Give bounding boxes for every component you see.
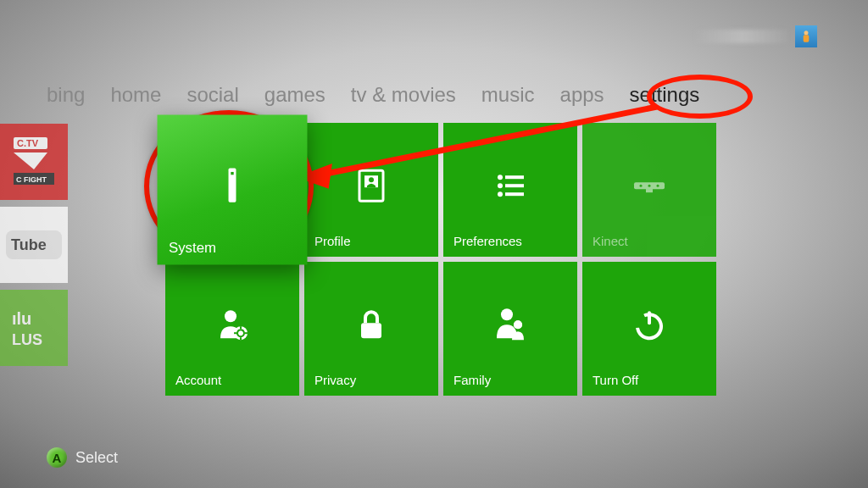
nav-item-settings[interactable]: settings	[630, 83, 700, 107]
nav-item-games[interactable]: games	[264, 83, 326, 107]
profile-icon	[351, 165, 392, 206]
console-icon	[209, 163, 255, 208]
nav-item-apps[interactable]: apps	[560, 83, 604, 107]
previous-section-tiles: C.TVC FIGHT Tube ıluLUS	[0, 124, 68, 366]
nav-item-home[interactable]: home	[110, 83, 161, 107]
svg-point-19	[498, 191, 503, 197]
svg-rect-11	[231, 172, 233, 175]
privacy-icon	[351, 304, 392, 345]
tile-system[interactable]: System	[158, 115, 308, 265]
svg-point-17	[498, 183, 503, 188]
user-badge[interactable]	[695, 25, 817, 47]
tile-account[interactable]: Account	[165, 262, 299, 396]
svg-point-23	[648, 185, 651, 187]
svg-rect-32	[361, 323, 381, 338]
svg-text:Tube: Tube	[11, 236, 47, 253]
side-tile-hulu[interactable]: ıluLUS	[0, 290, 68, 366]
svg-rect-18	[505, 184, 524, 187]
nav-item-music[interactable]: music	[481, 83, 535, 107]
preferences-icon	[490, 165, 531, 206]
tile-family[interactable]: Family	[443, 262, 577, 396]
svg-point-22	[640, 185, 643, 187]
svg-point-14	[369, 177, 374, 182]
nav-item-social[interactable]: social	[186, 83, 238, 107]
button-hint: A Select	[47, 447, 118, 468]
svg-rect-1	[804, 35, 810, 42]
svg-rect-25	[646, 189, 653, 192]
family-icon	[490, 304, 531, 345]
tile-label: Account	[175, 373, 221, 387]
tile-label: Kinect	[593, 234, 628, 248]
nav-item-bing[interactable]: bing	[47, 83, 85, 107]
svg-text:ılu: ılu	[12, 309, 31, 328]
svg-rect-29	[240, 337, 242, 340]
top-nav: bing home social games tv & movies music…	[47, 83, 699, 107]
svg-rect-16	[505, 175, 524, 179]
power-icon	[629, 304, 670, 345]
tile-privacy[interactable]: Privacy	[304, 262, 438, 396]
tile-label: Preferences	[453, 234, 522, 248]
tile-profile[interactable]: Profile	[304, 123, 438, 257]
account-icon	[212, 304, 253, 345]
avatar	[795, 25, 817, 47]
side-tile-youtube[interactable]: Tube	[0, 207, 68, 283]
tile-label: Family	[453, 373, 491, 387]
a-button-icon: A	[47, 447, 67, 468]
svg-point-33	[501, 308, 513, 320]
svg-rect-31	[245, 332, 248, 334]
svg-rect-28	[240, 326, 242, 329]
tile-label: Turn Off	[593, 373, 638, 387]
tile-label: Privacy	[314, 373, 356, 387]
tile-preferences[interactable]: Preferences	[443, 123, 577, 257]
svg-rect-37	[648, 311, 651, 324]
tile-kinect[interactable]: Kinect	[582, 123, 716, 257]
settings-tile-grid: System Profile Preferences Kinect Accoun…	[165, 123, 716, 396]
kinect-icon	[629, 165, 670, 206]
svg-point-26	[225, 310, 236, 322]
side-tile-ufc[interactable]: C.TVC FIGHT	[0, 124, 68, 200]
gamertag-blurred	[695, 30, 788, 43]
svg-text:LUS: LUS	[12, 331, 42, 348]
svg-text:C.TV: C.TV	[17, 138, 39, 148]
svg-point-35	[514, 320, 522, 329]
svg-point-15	[498, 175, 503, 180]
tile-label: System	[169, 239, 216, 255]
svg-point-0	[804, 30, 809, 35]
nav-item-tv-movies[interactable]: tv & movies	[351, 83, 456, 107]
svg-rect-30	[234, 332, 236, 334]
svg-point-24	[657, 185, 659, 187]
hint-label: Select	[75, 449, 118, 467]
tile-label: Profile	[314, 234, 351, 248]
tile-turn-off[interactable]: Turn Off	[582, 262, 716, 396]
svg-rect-20	[505, 192, 524, 196]
svg-text:C FIGHT: C FIGHT	[16, 175, 47, 184]
